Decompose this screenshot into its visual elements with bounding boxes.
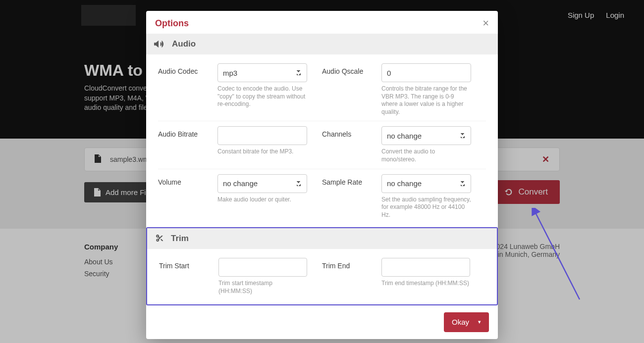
okay-label: Okay [452,318,469,326]
chevron-down-icon: ▾ [478,319,481,325]
trim-section-header: Trim [147,228,497,249]
trim-end-help: Trim end timestamp (HH:MM:SS) [381,280,470,288]
trim-end-input[interactable] [381,258,470,277]
audio-head-label: Audio [172,39,196,49]
trim-end-label: Trim End [322,258,381,295]
qscale-label: Audio Qscale [322,63,381,116]
bitrate-label: Audio Bitrate [158,126,217,163]
codec-help: Codec to encode the audio. Use "copy" to… [217,85,307,108]
qscale-help: Controls the bitrate range for the VBR M… [381,85,471,116]
modal-title: Options [155,18,189,29]
options-modal: Options × Audio Audio Codec mp3 Codec to… [146,11,498,339]
trim-start-label: Trim Start [159,258,218,295]
trim-section-highlight: Trim Trim Start Trim start timestamp (HH… [146,227,498,305]
bitrate-help: Constant bitrate for the MP3. [217,148,307,156]
channels-select[interactable]: no change [381,126,471,145]
volume-select[interactable]: no change [217,174,307,193]
sample-help: Set the audio sampling frequency, for ex… [381,196,471,219]
trim-start-help: Trim start timestamp (HH:MM:SS) [218,280,307,295]
volume-label: Volume [158,174,217,219]
bitrate-input[interactable] [217,126,307,145]
sample-select[interactable]: no change [381,174,471,193]
sample-label: Sample Rate [322,174,381,219]
audio-section-header: Audio [146,34,498,54]
channels-label: Channels [322,126,381,163]
volume-help: Make audio louder or quiter. [217,196,307,204]
volume-icon [154,40,164,49]
codec-select[interactable]: mp3 [217,63,307,82]
trim-start-input[interactable] [218,258,307,277]
qscale-input[interactable] [381,63,471,82]
trim-head-label: Trim [171,234,189,244]
scissors-icon [155,235,163,243]
close-icon[interactable]: × [483,18,489,29]
okay-button[interactable]: Okay ▾ [444,312,489,332]
channels-help: Convert the audio to mono/stereo. [381,148,471,163]
codec-label: Audio Codec [158,63,217,116]
